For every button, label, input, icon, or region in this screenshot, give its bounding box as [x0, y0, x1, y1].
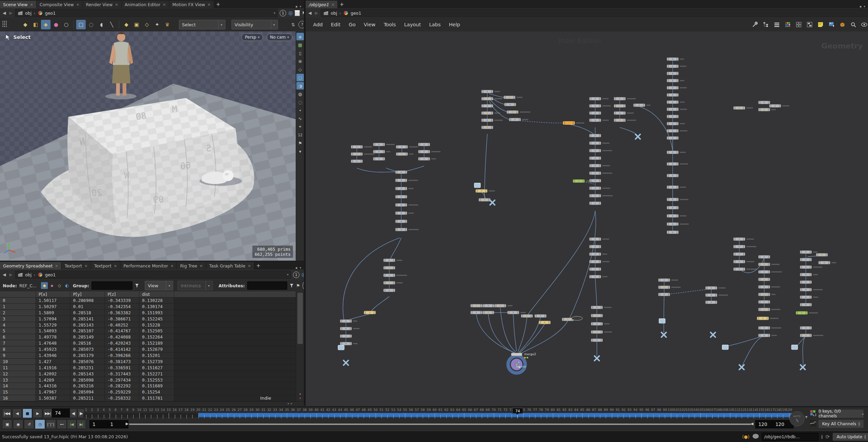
network-node[interactable] [667, 174, 678, 177]
network-node[interactable] [589, 268, 601, 271]
visibility-dropdown[interactable]: Visibility▾ [232, 20, 278, 29]
cell[interactable]: 12 [0, 371, 36, 377]
cell[interactable]: 0.152271 [139, 371, 174, 377]
network-node[interactable] [733, 260, 754, 263]
select-contained-icon[interactable]: ▣ [132, 20, 141, 29]
network-node[interactable] [758, 334, 777, 337]
table-row[interactable]: 151.479670.285094-0.2592290.15254 [0, 389, 296, 395]
cell[interactable]: 0.152505 [139, 328, 174, 334]
sheet-path-dropdown-icon[interactable]: ▾ [287, 273, 289, 276]
network-node[interactable] [383, 289, 395, 292]
cell[interactable]: 16 [0, 395, 36, 401]
table-row[interactable]: 61.497780.285149-0.4240880.152264 [0, 334, 296, 340]
network-node[interactable] [589, 238, 609, 241]
range-substart-field[interactable]: 1 [107, 420, 128, 428]
table-row[interactable]: 101.4270.285076-0.3814730.152739 [0, 359, 296, 365]
cell[interactable]: 0.15254 [139, 389, 174, 395]
cell[interactable]: 1.50387 [36, 395, 70, 401]
dopesheet-icon[interactable]: ⊷ [57, 419, 67, 429]
cell[interactable]: 0.285216 [70, 383, 105, 389]
network-node[interactable] [395, 220, 407, 223]
list-view-icon[interactable] [773, 21, 781, 28]
node-layout-icon[interactable] [806, 21, 813, 28]
point-marker-icon[interactable]: • [296, 107, 304, 114]
tree-view-icon[interactable] [762, 21, 770, 28]
network-path2[interactable]: obj › geo1 [321, 9, 868, 17]
tab-close-icon[interactable]: × [114, 264, 117, 268]
wireframe-green-icon[interactable]: ▩ [296, 41, 304, 49]
tab-close-icon[interactable]: × [170, 264, 173, 268]
network-node[interactable] [667, 215, 686, 218]
menu-labs[interactable]: Labs [425, 20, 445, 29]
network-node[interactable] [667, 86, 687, 89]
network-node[interactable] [757, 317, 779, 320]
menu-view[interactable]: View [360, 20, 379, 29]
network-node[interactable] [667, 101, 685, 104]
network-node[interactable] [667, 129, 687, 133]
tab-close-icon[interactable]: × [76, 2, 79, 7]
network-node[interactable] [479, 198, 490, 202]
tab-close-icon[interactable]: × [115, 2, 118, 7]
table-row[interactable]: 141.443160.285216-0.2822920.151689 [0, 383, 296, 389]
network-node[interactable] [769, 105, 789, 108]
network-node[interactable] [591, 314, 603, 317]
ghost-others-icon[interactable]: ◇ [296, 66, 304, 73]
paint-crown-icon[interactable]: ♛ [163, 20, 172, 29]
network-node[interactable] [796, 312, 818, 315]
tab-render-view[interactable]: Render View× [83, 1, 122, 8]
cell[interactable]: 0.285141 [70, 316, 105, 322]
null-node[interactable] [661, 332, 666, 337]
cell[interactable]: 1.45923 [36, 346, 70, 353]
sheet-crumb-obj[interactable]: obj [25, 272, 31, 277]
network-node[interactable] [504, 103, 516, 106]
recook-icon[interactable]: ⟳ [825, 434, 830, 440]
network-node[interactable] [667, 115, 678, 118]
snap-cube-icon[interactable] [295, 10, 300, 16]
path-dropdown-icon[interactable]: ▾ [274, 11, 276, 15]
network-node[interactable] [589, 245, 601, 248]
network-node[interactable] [658, 293, 670, 296]
locate-pin-icon[interactable]: ⚑ [296, 139, 304, 147]
network-node[interactable] [614, 119, 636, 122]
cell[interactable]: 11 [0, 365, 36, 371]
cell[interactable]: 1.47967 [36, 389, 70, 395]
null-node[interactable] [594, 356, 599, 361]
network-node[interactable] [383, 281, 403, 285]
table-row[interactable]: 01.501170.286908-0.3433390.130228 [0, 298, 296, 304]
network-node[interactable] [395, 187, 414, 190]
network-node[interactable] [705, 301, 717, 304]
table-row[interactable]: 51.540930.285107-0.4147670.152505 [0, 328, 296, 334]
cell[interactable]: 0.152189 [139, 340, 174, 346]
network-node[interactable] [383, 266, 395, 270]
network-node[interactable] [589, 194, 613, 197]
revert-behavior-icon[interactable]: ↺ [24, 419, 34, 429]
cell[interactable]: 10 [0, 359, 36, 365]
cell[interactable]: 1.55729 [36, 322, 70, 328]
network-node[interactable] [733, 253, 745, 256]
network-node[interactable] [589, 164, 610, 167]
network-node[interactable] [614, 112, 634, 115]
network-node[interactable] [373, 143, 395, 146]
network-node[interactable] [758, 263, 780, 266]
cell[interactable]: -0.343339 [105, 298, 139, 304]
network-node[interactable] [351, 146, 372, 149]
select-visible-icon[interactable]: ◆ [122, 20, 131, 29]
network-node[interactable] [589, 275, 607, 278]
tab-rig-tree[interactable]: Rig Tree× [177, 262, 206, 270]
display-node-badge[interactable]: merge2 PREVIEW [508, 353, 536, 373]
search-icon[interactable] [850, 21, 857, 28]
network-node[interactable] [667, 223, 689, 226]
color-palette-icon[interactable] [784, 21, 792, 28]
cell[interactable]: 8 [0, 346, 36, 353]
network-node[interactable] [539, 321, 550, 324]
network-node[interactable] [667, 137, 678, 140]
pane-controls[interactable]: ▪▾ [293, 5, 304, 8]
tab-close-icon[interactable]: × [163, 2, 166, 7]
next-key-button[interactable]: ▶| [76, 419, 86, 429]
cell[interactable]: 0.285094 [70, 389, 105, 395]
cell[interactable]: 0.01 [70, 304, 105, 310]
net-forward-icon[interactable]: ▶ [314, 11, 319, 15]
xray-icon[interactable]: ◍ [296, 90, 304, 98]
view-mode-dropdown[interactable]: View▾ [145, 281, 173, 290]
null-node[interactable] [800, 365, 805, 370]
